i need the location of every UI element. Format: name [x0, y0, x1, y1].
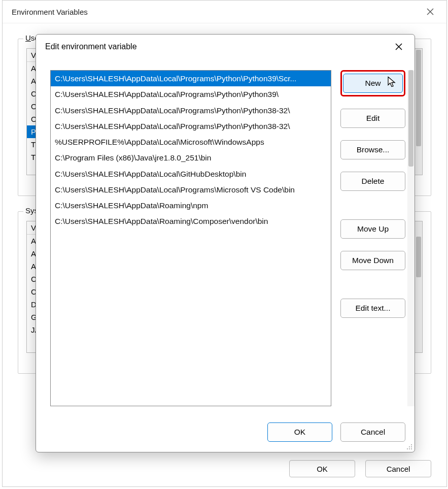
svg-point-4: [411, 444, 412, 445]
cursor-icon: [388, 77, 397, 90]
browse-button[interactable]: Browse...: [340, 140, 405, 159]
svg-point-6: [411, 446, 412, 447]
edit-button[interactable]: Edit: [340, 109, 405, 128]
list-item[interactable]: C:\Users\SHALESH\AppData\Local\Programs\…: [51, 118, 331, 134]
list-item[interactable]: C:\Users\SHALESH\AppData\Local\Programs\…: [51, 182, 331, 198]
modal-footer-buttons: OK Cancel: [267, 422, 405, 442]
modal-title: Edit environment variable: [45, 42, 137, 51]
scrollbar[interactable]: [415, 49, 422, 175]
ok-button[interactable]: OK: [289, 460, 355, 477]
list-item[interactable]: C:\Users\SHALESH\AppData\Local\Programs\…: [51, 71, 331, 86]
parent-window-title: Environment Variables: [12, 8, 88, 16]
list-item[interactable]: C:\Users\SHALESH\AppData\Local\Programs\…: [51, 86, 331, 102]
scrollbar-thumb[interactable]: [416, 50, 421, 146]
list-item[interactable]: %USERPROFILE%\AppData\Local\Microsoft\Wi…: [51, 134, 331, 150]
move-up-button[interactable]: Move Up: [340, 219, 405, 239]
modal-body: C:\Users\SHALESH\AppData\Local\Programs\…: [50, 70, 405, 406]
svg-point-8: [409, 448, 410, 449]
list-item[interactable]: C:\Program Files (x86)\Java\jre1.8.0_251…: [51, 150, 331, 166]
scrollbar-thumb[interactable]: [416, 237, 421, 277]
modal-titlebar: Edit environment variable: [36, 35, 415, 59]
close-icon[interactable]: [420, 6, 440, 18]
delete-button[interactable]: Delete: [340, 172, 405, 191]
parent-titlebar: Environment Variables: [3, 1, 446, 23]
svg-point-7: [407, 448, 408, 449]
edit-environment-variable-dialog: Edit environment variable C:\Users\SHALE…: [36, 34, 415, 452]
svg-point-9: [411, 448, 412, 449]
list-item[interactable]: C:\Users\SHALESH\AppData\Roaming\npm: [51, 198, 331, 213]
ok-button[interactable]: OK: [267, 422, 332, 442]
modal-side-buttons: New Edit Browse... Delete Move Up Move D…: [340, 70, 405, 406]
cancel-button[interactable]: Cancel: [340, 422, 405, 442]
scrollbar[interactable]: [407, 70, 415, 406]
close-icon[interactable]: [388, 39, 409, 55]
svg-point-5: [409, 446, 410, 447]
cancel-button[interactable]: Cancel: [365, 460, 431, 477]
resize-grip-icon[interactable]: [405, 443, 412, 450]
list-item[interactable]: C:\Users\SHALESH\AppData\Roaming\Compose…: [51, 213, 331, 229]
scrollbar-thumb[interactable]: [408, 70, 413, 167]
path-entries-list[interactable]: C:\Users\SHALESH\AppData\Local\Programs\…: [50, 70, 331, 406]
scrollbar[interactable]: [415, 221, 422, 352]
list-item[interactable]: C:\Users\SHALESH\AppData\Local\GitHubDes…: [51, 166, 331, 182]
list-item[interactable]: C:\Users\SHALESH\AppData\Local\Programs\…: [51, 103, 331, 118]
parent-dialog-buttons: OK Cancel: [289, 460, 431, 477]
edit-text-button[interactable]: Edit text...: [340, 299, 405, 318]
new-button-highlight-box: New: [340, 70, 405, 96]
move-down-button[interactable]: Move Down: [340, 251, 405, 270]
